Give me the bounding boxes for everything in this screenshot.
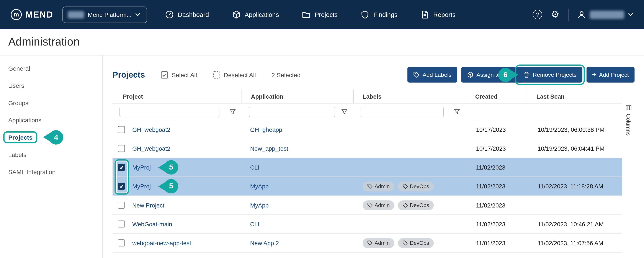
column-header-project[interactable]: Project xyxy=(112,90,242,103)
application-link[interactable]: MyApp xyxy=(250,202,269,208)
section-title: Projects xyxy=(112,70,145,80)
sidebar-item-labels[interactable]: Labels xyxy=(0,146,102,163)
row-checkbox[interactable] xyxy=(118,126,125,133)
findings-icon xyxy=(361,10,370,19)
project-link[interactable]: GH_webgoat2 xyxy=(132,126,170,133)
row-checkbox[interactable] xyxy=(118,183,125,190)
brand-name: MEND xyxy=(25,10,53,20)
last-scan-cell: 11/02/2023, 11:07:56 AM xyxy=(527,240,622,246)
column-header-application[interactable]: Application xyxy=(242,90,354,103)
select-all-button[interactable]: Select All xyxy=(160,71,197,79)
mend-logo[interactable]: m MEND xyxy=(10,9,53,20)
row-checkbox[interactable] xyxy=(118,164,125,171)
column-header-last-scan[interactable]: Last Scan xyxy=(527,90,622,103)
select-all-icon xyxy=(160,71,168,79)
application-link[interactable]: GH_gheapp xyxy=(250,126,282,133)
nav-label: Projects xyxy=(315,11,338,18)
projects-table: Project Application Labels Created Last … xyxy=(112,90,622,252)
selected-count: 2 Selected xyxy=(272,71,300,78)
assign-to-application-button[interactable]: Assign to App xyxy=(461,67,522,82)
labels-filter-input[interactable] xyxy=(360,107,444,117)
chevron-down-icon xyxy=(135,13,141,16)
sidebar-item-saml[interactable]: SAML Integration xyxy=(0,163,102,180)
projects-admin-panel: Projects Select All Deselect All 2 Selec… xyxy=(103,56,644,258)
project-link[interactable]: New Project xyxy=(132,202,164,208)
application-link[interactable]: MyApp xyxy=(250,183,269,190)
check-icon xyxy=(118,165,124,170)
row-checkbox[interactable] xyxy=(118,239,125,246)
table-filter-row xyxy=(112,104,622,120)
add-labels-button[interactable]: Add Labels xyxy=(408,67,457,82)
step-5-annotation: 5 xyxy=(158,160,178,174)
project-link[interactable]: MyProj xyxy=(132,183,151,190)
tag-icon xyxy=(367,240,372,246)
application-link[interactable]: CLI xyxy=(250,221,260,227)
arrow-left-icon xyxy=(43,132,52,142)
project-link[interactable]: WebGoat-main xyxy=(132,221,172,227)
row-checkbox[interactable] xyxy=(118,220,125,228)
last-scan-cell: 10/19/2023, 06:04:41 PM xyxy=(527,145,622,152)
project-filter-input[interactable] xyxy=(120,107,219,117)
columns-button-label: Columns xyxy=(625,114,632,136)
filter-funnel-icon[interactable] xyxy=(230,108,236,115)
label-badge: Admin xyxy=(363,181,394,191)
applications-icon xyxy=(232,10,241,19)
remove-projects-button[interactable]: Remove Projects xyxy=(518,67,582,82)
org-selector-dropdown[interactable]: Mend Platform... xyxy=(62,6,147,23)
page-title: Administration xyxy=(8,36,80,48)
tag-icon xyxy=(367,184,372,189)
created-cell: 11/01/2023 xyxy=(466,240,527,246)
table-row[interactable]: GH_webgoat2 New_app_test 10/17/2023 10/1… xyxy=(112,139,622,158)
project-link[interactable]: webgoat-new-app-test xyxy=(132,240,191,246)
sidebar-item-applications[interactable]: Applications xyxy=(0,111,102,128)
nav-item-projects[interactable]: Projects xyxy=(302,10,338,19)
application-link[interactable]: New App 2 xyxy=(250,240,279,246)
table-row[interactable]: GH_webgoat2 GH_gheapp 10/17/2023 10/19/2… xyxy=(112,120,622,139)
deselect-all-button[interactable]: Deselect All xyxy=(212,71,256,79)
check-icon xyxy=(118,184,124,189)
tag-icon xyxy=(367,202,372,208)
label-badge: Admin xyxy=(363,200,394,210)
table-row[interactable]: New Project MyApp Admin DevOps 11/02/202… xyxy=(112,196,622,215)
table-row[interactable]: MyProj 5 MyApp Admin DevOps 11/02/2023 1… xyxy=(112,177,622,196)
column-header-labels[interactable]: Labels xyxy=(354,90,466,103)
columns-button[interactable]: Columns xyxy=(622,90,635,252)
add-project-button[interactable]: + Add Project xyxy=(586,67,634,82)
table-row[interactable]: MyProj 5 CLI 11/02/2023 xyxy=(112,158,622,177)
sidebar-item-projects[interactable]: Projects 4 xyxy=(0,128,102,146)
navbar-right: ? ⚙ xyxy=(533,8,633,21)
row-checkbox[interactable] xyxy=(118,202,125,208)
last-scan-cell: 10/19/2023, 06:00:38 PM xyxy=(527,126,622,133)
application-filter-input[interactable] xyxy=(249,107,335,117)
application-link[interactable]: CLI xyxy=(250,164,260,171)
column-header-created[interactable]: Created xyxy=(466,90,527,103)
step-5-annotation: 5 xyxy=(158,179,178,194)
nav-item-applications[interactable]: Applications xyxy=(232,10,279,19)
filter-funnel-icon[interactable] xyxy=(454,108,460,115)
help-icon[interactable]: ? xyxy=(533,10,542,19)
gear-icon[interactable]: ⚙ xyxy=(551,10,560,19)
arrow-left-icon xyxy=(158,181,167,192)
created-cell: 10/17/2023 xyxy=(466,145,527,152)
project-link[interactable]: GH_webgoat2 xyxy=(132,145,170,152)
sidebar-item-users[interactable]: Users xyxy=(0,77,102,94)
table-row[interactable]: WebGoat-main CLI 11/02/2023 11/02/2023, … xyxy=(112,215,622,234)
table-row[interactable]: webgoat-new-app-test New App 2 Admin Dev… xyxy=(112,234,622,252)
created-cell: 11/02/2023 xyxy=(466,164,527,171)
org-selector-label: Mend Platform... xyxy=(88,11,132,18)
chevron-down-icon xyxy=(628,13,634,16)
admin-sidebar: General Users Groups Applications Projec… xyxy=(0,56,103,258)
user-menu[interactable] xyxy=(577,10,633,19)
project-link[interactable]: MyProj xyxy=(132,164,151,171)
row-checkbox[interactable] xyxy=(118,145,125,152)
nav-item-findings[interactable]: Findings xyxy=(361,10,398,19)
nav-item-reports[interactable]: Reports xyxy=(420,10,456,19)
nav-item-dashboard[interactable]: Dashboard xyxy=(165,10,209,19)
application-link[interactable]: New_app_test xyxy=(250,145,288,152)
sidebar-item-general[interactable]: General xyxy=(0,60,102,77)
mend-logo-icon: m xyxy=(10,9,22,20)
sidebar-item-groups[interactable]: Groups xyxy=(0,94,102,112)
reports-icon xyxy=(420,10,429,19)
last-scan-cell: 11/02/2023, 10:46:21 AM xyxy=(527,221,622,227)
filter-funnel-icon[interactable] xyxy=(341,108,347,115)
